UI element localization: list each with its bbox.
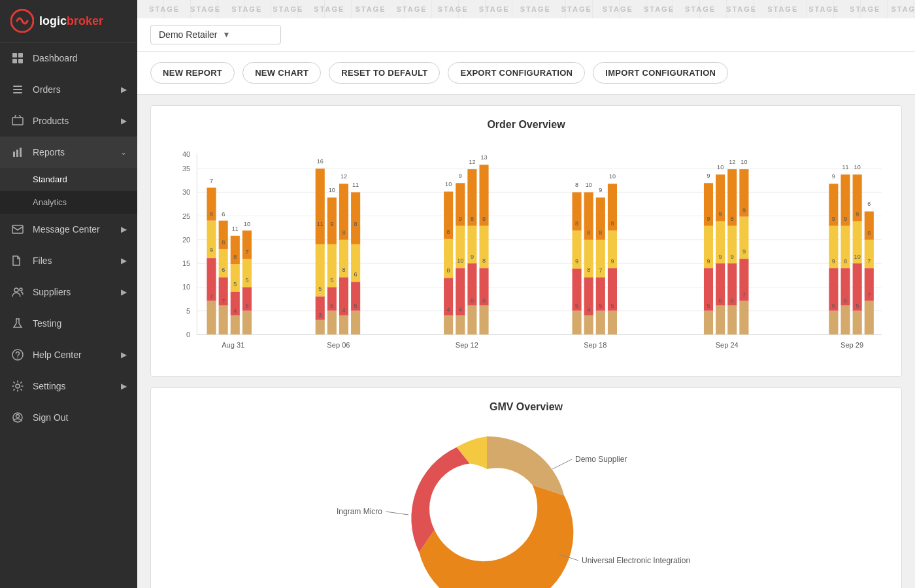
svg-text:Sep 06: Sep 06 (327, 341, 350, 349)
gmv-overview-title: GMV Overview (164, 401, 888, 413)
svg-text:9: 9 (844, 216, 847, 222)
stage-words: STAGE STAGE STAGE STAGE STAGE STAGE STAG… (144, 5, 915, 13)
sidebar-item-orders[interactable]: Orders ▶ (0, 74, 137, 105)
svg-rect-5 (13, 86, 22, 87)
svg-rect-8 (12, 118, 23, 125)
new-report-button[interactable]: NEW REPORT (150, 62, 235, 84)
sidebar-item-suppliers[interactable]: Suppliers ▶ (0, 276, 137, 308)
sidebar-label-orders: Orders (33, 84, 61, 95)
svg-text:8: 8 (342, 229, 345, 236)
sidebar-item-standard[interactable]: Standard (0, 168, 137, 191)
svg-rect-12 (12, 225, 23, 233)
svg-text:9: 9 (210, 247, 213, 253)
sidebar-item-analytics[interactable]: Analytics (0, 191, 137, 214)
gmv-donut-chart: Demo Supplier Ingram Micro Universal Ele… (164, 423, 888, 588)
sidebar: logicbroker Dashboard Orders ▶ Products … (0, 0, 137, 588)
products-chevron: ▶ (121, 116, 127, 125)
svg-text:11: 11 (352, 182, 359, 188)
svg-text:8: 8 (610, 220, 614, 227)
svg-text:8: 8 (471, 216, 474, 222)
svg-text:10: 10 (586, 182, 592, 188)
svg-text:5: 5 (610, 302, 614, 309)
svg-text:8: 8 (587, 229, 590, 236)
svg-text:8: 8 (210, 211, 213, 218)
svg-text:9: 9 (330, 221, 333, 227)
svg-text:9: 9 (719, 253, 722, 260)
svg-text:10: 10 (854, 164, 861, 171)
svg-rect-105 (444, 316, 453, 335)
logo: logicbroker (0, 0, 137, 42)
retailer-selector[interactable]: Demo Retailer ▼ (150, 25, 281, 44)
import-configuration-button[interactable]: IMPORT CONFIGURATION (593, 62, 728, 84)
svg-rect-212 (840, 306, 850, 335)
sidebar-label-settings: Settings (33, 381, 66, 391)
svg-text:6: 6 (719, 297, 722, 304)
svg-text:Aug 31: Aug 31 (222, 341, 244, 349)
svg-text:10: 10 (445, 181, 452, 188)
sidebar-item-testing[interactable]: Testing (0, 308, 137, 339)
sidebar-item-sign-out[interactable]: Sign Out (0, 402, 137, 433)
reset-to-default-button[interactable]: RESET TO DEFAULT (329, 62, 440, 84)
svg-text:6: 6 (867, 201, 871, 207)
svg-text:8: 8 (482, 257, 486, 264)
svg-text:10: 10 (609, 173, 616, 180)
svg-text:25: 25 (182, 212, 190, 220)
svg-text:8: 8 (587, 267, 590, 273)
reports-submenu: Standard Analytics (0, 168, 137, 214)
svg-rect-11 (20, 148, 22, 157)
svg-text:8: 8 (844, 258, 847, 265)
svg-text:6: 6 (844, 297, 847, 304)
svg-text:7: 7 (210, 178, 213, 184)
svg-text:7: 7 (742, 291, 746, 298)
new-chart-button[interactable]: NEW CHART (242, 62, 321, 84)
order-overview-card: Order Overview 0 5 10 (150, 105, 902, 377)
svg-rect-10 (16, 150, 18, 157)
svg-text:9: 9 (482, 216, 486, 222)
sidebar-item-products[interactable]: Products ▶ (0, 105, 137, 137)
svg-text:8: 8 (342, 267, 345, 273)
svg-text:20: 20 (182, 236, 190, 244)
svg-point-13 (14, 288, 18, 292)
svg-rect-138 (573, 311, 582, 335)
ingram-micro-label: Ingram Micro (337, 507, 382, 516)
sidebar-item-help-center[interactable]: Help Center ▶ (0, 339, 137, 370)
svg-text:9: 9 (707, 172, 710, 179)
svg-text:8: 8 (575, 220, 578, 227)
content-area: Order Overview 0 5 10 (137, 95, 915, 588)
files-chevron: ▶ (121, 256, 127, 265)
svg-text:12: 12 (341, 173, 347, 180)
svg-text:6: 6 (471, 297, 474, 304)
sidebar-item-files[interactable]: Files ▶ (0, 245, 137, 276)
stage-watermark-bar: STAGE STAGE STAGE STAGE STAGE STAGE STAG… (137, 0, 915, 18)
sidebar-item-settings[interactable]: Settings ▶ (0, 370, 137, 402)
dashboard-icon (10, 51, 25, 65)
svg-text:5: 5 (318, 286, 322, 292)
svg-rect-195 (739, 301, 748, 335)
svg-text:0: 0 (186, 331, 190, 338)
svg-text:8: 8 (233, 253, 237, 260)
svg-rect-99 (351, 192, 360, 244)
sidebar-item-dashboard[interactable]: Dashboard (0, 42, 137, 74)
sidebar-item-reports[interactable]: Reports ⌄ (0, 137, 137, 168)
svg-text:9: 9 (459, 216, 462, 222)
export-configuration-button[interactable]: EXPORT CONFIGURATION (448, 62, 585, 84)
svg-rect-146 (584, 316, 593, 335)
sidebar-label-testing: Testing (33, 318, 61, 329)
svg-text:5: 5 (233, 281, 237, 287)
svg-text:10: 10 (457, 257, 463, 264)
svg-text:9: 9 (856, 211, 859, 218)
svg-text:9: 9 (471, 253, 474, 260)
logo-text: logicbroker (39, 14, 103, 28)
svg-rect-63 (242, 311, 252, 335)
svg-point-20 (16, 415, 20, 418)
svg-text:Sep 18: Sep 18 (584, 341, 607, 349)
svg-text:Sep 12: Sep 12 (456, 341, 478, 349)
svg-rect-129 (479, 306, 488, 335)
svg-text:12: 12 (729, 159, 735, 165)
svg-text:8: 8 (447, 229, 450, 235)
svg-rect-7 (13, 92, 22, 93)
svg-point-17 (17, 357, 18, 359)
svg-rect-154 (596, 311, 605, 335)
svg-rect-220 (853, 311, 862, 335)
sidebar-item-message-center[interactable]: Message Center ▶ (0, 214, 137, 245)
